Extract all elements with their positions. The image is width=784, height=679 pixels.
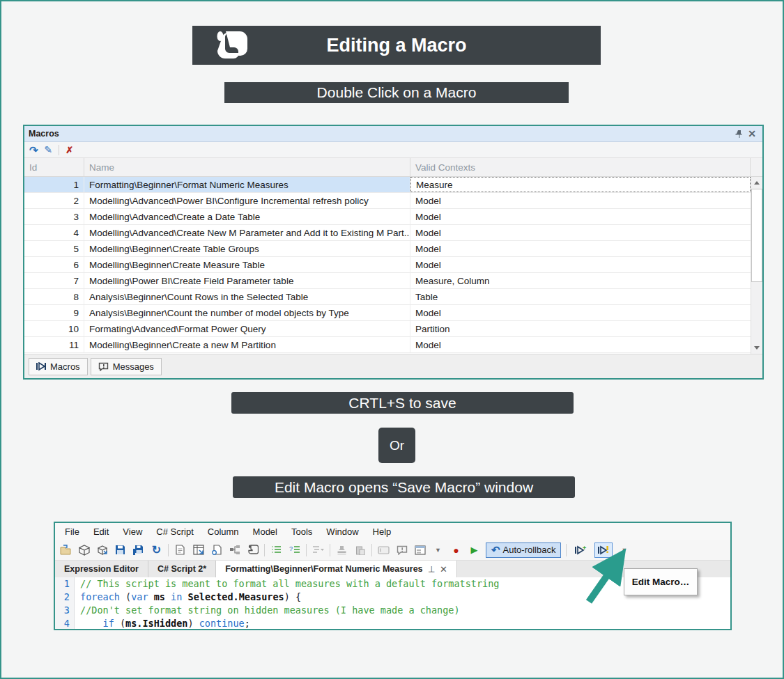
macro-table-row[interactable]: 11Modelling\Beginner\Create a new M Part… [24,337,751,353]
editor-tab-1[interactable]: C# Script 2* [148,561,216,577]
messages-toolbar-icon[interactable] [395,543,408,556]
message-bubble-icon [98,362,109,371]
tab-pin-icon[interactable]: ⊣ [426,565,436,572]
menu-tools[interactable]: Tools [284,526,319,537]
record-icon[interactable]: ● [449,543,463,556]
cell-name: Formating\Advanced\Format Power Query [84,321,410,336]
save-macro-button[interactable]: + [571,543,590,558]
cell-id: 2 [24,193,84,208]
cell-name: Formatting\Beginner\Format Numeric Measu… [84,177,410,192]
format-dax-icon[interactable] [270,543,283,556]
ctrl-s-banner: CRTL+S to save [231,392,574,414]
menu-column[interactable]: Column [201,526,246,537]
stamp-icon[interactable] [335,543,348,556]
new-script-icon[interactable] [210,543,223,556]
editor-tab-2[interactable]: Formatting\Beginner\Format Numeric Measu… [216,561,457,577]
model-cube-icon[interactable] [77,543,91,556]
scrollbar-track[interactable] [751,282,762,342]
close-icon[interactable]: ✕ [746,127,758,140]
tab-close-icon[interactable]: ✕ [440,564,447,575]
editor-tab-0[interactable]: Expression Editor [55,561,148,577]
menu-window[interactable]: Window [319,526,365,537]
undo-arrow-icon: ↶ [491,544,500,556]
cell-ctx: Model [410,241,751,256]
textbox-icon[interactable] [377,543,390,556]
macro-dropdown-caret[interactable]: ▼ [617,543,631,556]
macro-table-row[interactable]: 2Modelling\Advanced\Power BI\Configure I… [24,193,751,209]
page-title: Editing a Macro [326,35,466,56]
cell-id: 6 [24,257,84,272]
macro-table-row[interactable]: 3Modelling\Advanced\Create a Date TableM… [24,209,751,225]
menu-edit[interactable]: Edit [86,526,116,537]
cell-name: Analysis\Beginner\Count Rows in the Sele… [84,289,410,304]
menu-file[interactable]: File [58,526,86,537]
cell-ctx: Partition [410,321,751,336]
delete-x-icon[interactable]: ✗ [66,146,73,155]
menu-c-script[interactable]: C# Script [149,526,200,537]
cell-id: 10 [24,321,84,336]
or-banner: Or [378,428,415,463]
title-banner: Editing a Macro [192,26,601,65]
macro-table-row[interactable]: 6Modelling\Beginner\Create Measure Table… [24,257,751,273]
column-header-name[interactable]: Name [84,158,410,176]
macros-table-header: Id Name Valid Contexts [24,158,762,177]
layout-dropdown-caret[interactable]: ▼ [431,543,445,556]
open-model-icon[interactable] [95,543,109,556]
cell-ctx: Table [410,289,751,304]
auto-rollback-button[interactable]: ↶ Auto-rollback [486,543,561,558]
open-file-icon[interactable] [59,543,72,556]
column-header-valid-contexts[interactable]: Valid Contexts [410,158,751,176]
macro-play-icon [36,362,46,370]
cell-name: Modelling\Beginner\Create a new M Partit… [84,337,410,352]
dependency-tree-icon[interactable] [228,543,241,556]
cell-id: 11 [24,337,84,352]
menu-help[interactable]: Help [366,526,399,537]
edit-pencil-icon[interactable]: ✎ [45,145,53,155]
new-document-icon[interactable] [174,543,187,556]
menu-view[interactable]: View [116,526,149,537]
window-layout-icon[interactable] [413,543,426,556]
macros-panel: Macros ✕ ↷ ✎ ✗ Id Name Valid Contexts 1F… [23,125,764,380]
macro-table-row[interactable]: 4Modelling\Advanced\Create New M Paramet… [24,225,751,241]
editor-toolbar: ↻ ? [55,540,730,560]
redo-arrow-icon[interactable]: ↷ [29,145,38,155]
cell-id: 1 [24,177,84,192]
svg-text:+: + [583,545,586,552]
perspective-dropdown-icon[interactable] [312,543,325,556]
format-query-icon[interactable]: ? [288,543,301,556]
cell-id: 5 [24,241,84,256]
macro-table-row[interactable]: 10Formating\Advanced\Format Power QueryP… [24,321,751,337]
line-number: 1 [55,577,75,591]
data-preview-icon[interactable] [192,543,205,556]
code-line: 3//Don't set format string on hidden mea… [55,604,730,617]
macro-table-row[interactable]: 5Modelling\Beginner\Create Table GroupsM… [24,241,751,257]
panel-bottom-tabs: Macros Messages [24,354,762,378]
macro-table-row[interactable]: 1Formatting\Beginner\Format Numeric Meas… [24,177,751,193]
macro-table-row[interactable]: 7Modelling\Power BI\Create Field Paramet… [24,273,751,289]
pin-icon[interactable] [733,127,746,140]
tab-messages[interactable]: Messages [91,358,162,375]
play-icon[interactable]: ▶ [468,543,481,556]
macro-table-row[interactable]: 9Analysis\Beginner\Count the number of m… [24,305,751,321]
cell-name: Analysis\Beginner\Count the number of mo… [84,305,410,320]
vertical-scrollbar[interactable] [751,177,762,354]
cell-name: Modelling\Advanced\Power BI\Configure In… [84,193,410,208]
edit-macro-button[interactable] [594,543,613,558]
save-all-icon[interactable] [132,543,145,556]
cell-ctx: Model [410,337,751,352]
column-header-id[interactable]: Id [24,158,84,176]
cell-name: Modelling\Beginner\Create Measure Table [84,257,410,272]
tab-macros[interactable]: Macros [29,358,88,375]
macro-table-row[interactable]: 8Analysis\Beginner\Count Rows in the Sel… [24,289,751,305]
line-number: 2 [55,591,75,604]
paste-icon[interactable] [353,543,367,556]
cell-id: 3 [24,209,84,224]
save-icon[interactable] [114,543,127,556]
scroll-up-button[interactable] [751,177,762,189]
scrollbar-thumb[interactable] [751,189,762,282]
macro-scroll-toolbar-icon[interactable] [246,543,259,556]
scroll-down-button[interactable] [751,342,762,354]
refresh-icon[interactable]: ↻ [150,543,163,556]
editor-tab-label: Expression Editor [64,564,139,574]
menu-model[interactable]: Model [246,526,284,537]
